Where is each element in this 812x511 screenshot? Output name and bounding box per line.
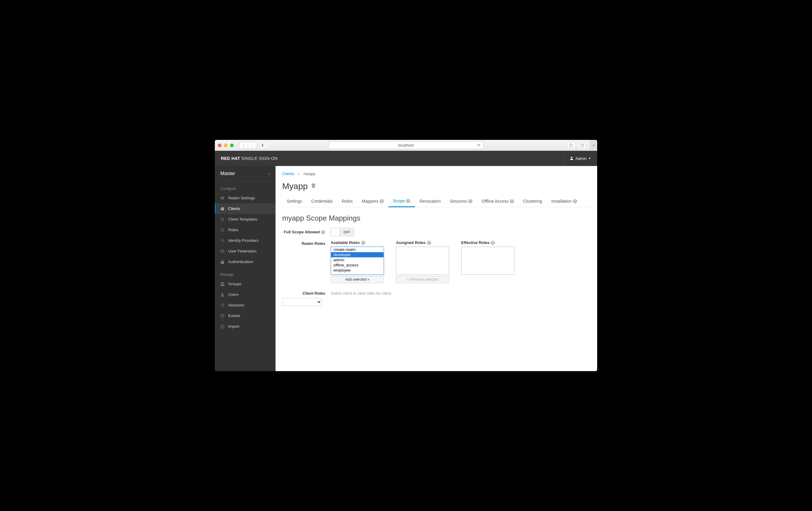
svg-point-8: [223, 197, 224, 198]
sidebar: Master ⌄ Configure Realm SettingsClients…: [215, 166, 276, 371]
svg-point-11: [221, 250, 224, 251]
exchange-icon: [220, 239, 225, 242]
share-button[interactable]: [567, 142, 575, 149]
database-icon: [220, 250, 225, 253]
tabs-button[interactable]: [578, 142, 586, 149]
role-option[interactable]: create-realm: [331, 247, 383, 252]
reload-icon[interactable]: ⟳: [477, 143, 481, 147]
sidebar-item-users[interactable]: Users: [215, 289, 276, 300]
sidebar-item-import[interactable]: Import: [215, 321, 276, 332]
add-selected-button[interactable]: Add selected »: [331, 276, 384, 283]
sidebar-item-label: Authentication: [228, 259, 253, 264]
client-select-row: [282, 298, 590, 306]
browser-window: ‹ › localhost ⟳ + RED HAT SINGLE SIGN-ON: [215, 140, 597, 371]
svg-rect-4: [580, 144, 583, 147]
forward-button[interactable]: ›: [248, 142, 256, 149]
maximize-window-button[interactable]: [230, 144, 234, 147]
tab-installation[interactable]: Installation?: [547, 195, 582, 207]
sidebar-item-label: User Federation: [228, 249, 256, 253]
full-scope-toggle[interactable]: OFF: [331, 228, 354, 236]
main: Master ⌄ Configure Realm SettingsClients…: [215, 166, 597, 371]
tab-credentials[interactable]: Credentials: [307, 195, 338, 207]
client-select[interactable]: [282, 298, 322, 306]
client-roles-label: Client Roles: [282, 291, 331, 295]
full-scope-label: Full Scope Allowed ?: [282, 228, 331, 234]
breadcrumb-link[interactable]: Clients: [282, 171, 294, 176]
url-bar[interactable]: localhost ⟳: [329, 142, 483, 149]
sidebar-toggle-button[interactable]: [260, 142, 268, 149]
sidebar-item-client-templates[interactable]: Client Templates: [215, 214, 276, 225]
logo: RED HAT SINGLE SIGN-ON: [221, 156, 278, 161]
sidebar-item-clients[interactable]: Clients: [215, 203, 276, 214]
back-button[interactable]: ‹: [239, 142, 248, 149]
window-controls: [218, 144, 234, 147]
help-icon[interactable]: ?: [406, 199, 410, 203]
client-roles-hint: Select client to view roles for client: [331, 291, 391, 295]
delete-icon[interactable]: [311, 183, 316, 190]
svg-point-5: [571, 157, 573, 158]
sidebar-item-label: Events: [228, 313, 240, 318]
sidebar-item-label: Roles: [228, 228, 238, 232]
role-option[interactable]: employee: [331, 267, 383, 273]
toggle-track: [331, 228, 340, 236]
available-roles-listbox[interactable]: create-realmdeveloperadminoffline_access…: [331, 247, 384, 275]
sidebar-item-user-federation[interactable]: User Federation: [215, 246, 276, 256]
tab-scope[interactable]: Scope?: [388, 195, 415, 207]
tab-clustering[interactable]: Clustering: [519, 195, 547, 207]
help-icon[interactable]: ?: [573, 199, 577, 203]
role-option[interactable]: offline_access: [331, 262, 383, 267]
tab-sessions[interactable]: Sessions?: [445, 195, 477, 207]
sidebar-item-label: Realm Settings: [228, 196, 255, 200]
sidebar-item-groups[interactable]: Groups: [215, 279, 276, 289]
minimize-window-button[interactable]: [224, 144, 228, 147]
sidebar-item-roles[interactable]: Roles: [215, 225, 276, 235]
assigned-roles-listbox[interactable]: [396, 247, 449, 275]
realm-roles-label: Realm Roles: [282, 241, 331, 246]
svg-rect-19: [312, 184, 315, 188]
sidebar-item-authentication[interactable]: Authentication: [215, 256, 276, 267]
realm-name: Master: [220, 171, 235, 176]
role-option[interactable]: developer: [331, 252, 383, 257]
import-icon: [220, 325, 225, 328]
roles-grid: Available Roles ? create-realmdevelopera…: [331, 240, 590, 283]
help-icon[interactable]: ?: [468, 199, 472, 203]
effective-roles-listbox[interactable]: [461, 247, 514, 275]
sidebar-item-events[interactable]: Events: [215, 310, 276, 321]
calendar-icon: [220, 314, 225, 318]
sidebar-item-label: Sessions: [228, 303, 244, 307]
user-menu[interactable]: Admin ▼: [563, 151, 591, 166]
help-icon[interactable]: ?: [510, 199, 514, 203]
close-window-button[interactable]: [218, 144, 222, 147]
tab-revocation[interactable]: Revocation: [415, 195, 445, 207]
sidebar-item-label: Clients: [228, 206, 240, 211]
tab-settings[interactable]: Settings: [282, 195, 307, 207]
list-icon: [220, 228, 225, 231]
sidebar-item-sessions[interactable]: Sessions: [215, 300, 276, 310]
tab-offline-access[interactable]: Offline Access?: [477, 195, 518, 207]
tabs: SettingsCredentialsRolesMappers?Scope?Re…: [282, 195, 590, 207]
help-icon[interactable]: ?: [380, 199, 384, 203]
chevron-down-icon: ▼: [588, 157, 591, 160]
realm-selector[interactable]: Master ⌄: [215, 166, 276, 181]
clock-icon: [220, 304, 225, 307]
new-tab-button[interactable]: +: [590, 140, 597, 151]
app-header: RED HAT SINGLE SIGN-ON Admin ▼: [215, 151, 597, 166]
svg-point-14: [223, 282, 224, 284]
toggle-state: OFF: [340, 228, 354, 236]
tab-mappers[interactable]: Mappers?: [357, 195, 388, 207]
sidebar-item-identity-providers[interactable]: Identity Providers: [215, 235, 276, 246]
sidebar-item-realm-settings[interactable]: Realm Settings: [215, 193, 276, 203]
help-icon[interactable]: ?: [321, 230, 325, 234]
chevron-down-icon: ⌄: [268, 172, 270, 175]
user-icon: [220, 293, 225, 296]
svg-rect-10: [221, 219, 223, 221]
lock-icon: [220, 260, 225, 264]
remove-selected-button[interactable]: « Remove selected: [396, 276, 449, 283]
tab-roles[interactable]: Roles: [337, 195, 357, 207]
url-text: localhost: [398, 143, 413, 147]
content: Clients » myapp Myapp SettingsCredential…: [276, 166, 597, 371]
sidebar-item-label: Users: [228, 292, 238, 297]
logo-bold: RED HAT: [221, 156, 240, 161]
sliders-icon: [220, 196, 225, 200]
role-option[interactable]: admin: [331, 257, 383, 262]
